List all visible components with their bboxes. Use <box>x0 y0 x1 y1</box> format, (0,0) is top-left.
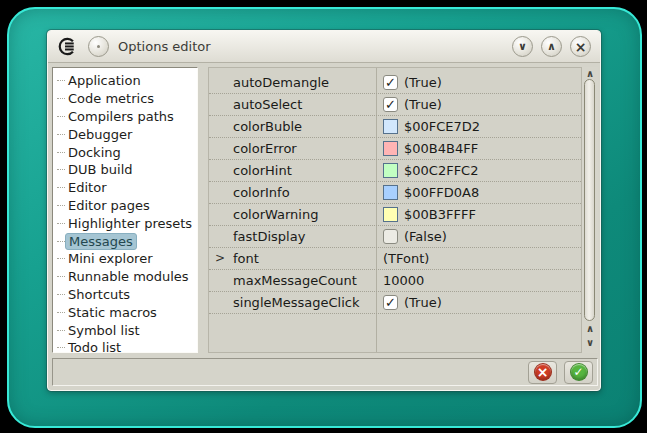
sidebar-item-highlighter-presets[interactable]: Highlighter presets <box>53 214 197 232</box>
property-row-colorError[interactable]: colorError $00B4B4FF <box>209 138 581 160</box>
sidebar-item-label: DUB build <box>68 162 133 177</box>
color-swatch[interactable] <box>383 163 398 178</box>
sidebar-item-compilers-paths[interactable]: Compilers paths <box>53 108 197 126</box>
chevron-up-icon: ∧ <box>547 41 556 52</box>
cancel-button[interactable]: × <box>528 361 557 384</box>
cancel-x-icon: × <box>534 363 552 381</box>
sidebar-item-label: Docking <box>68 145 121 160</box>
sidebar-item-label: Static macros <box>68 305 157 320</box>
tree-twig-icon <box>57 223 65 224</box>
unshade-button[interactable]: ∧ <box>541 36 562 57</box>
chevron-down-icon: ∨ <box>518 41 527 52</box>
property-row-colorInfo[interactable]: colorInfo $00FFD0A8 <box>209 182 581 204</box>
sidebar-item-label-selected: Messages <box>65 233 137 250</box>
window-menu-dot-icon <box>97 45 100 48</box>
tree-twig-icon <box>57 169 65 170</box>
property-name: font <box>233 251 376 266</box>
scrollbar-thumb[interactable] <box>584 79 595 321</box>
property-name: fastDisplay <box>233 229 376 244</box>
tree-twig-icon <box>57 98 65 99</box>
color-swatch[interactable] <box>383 207 398 222</box>
property-row-colorBuble[interactable]: colorBuble $00FCE7D2 <box>209 116 581 138</box>
property-row-font[interactable]: font (TFont) <box>209 248 581 270</box>
sidebar-item-label: Editor <box>68 180 106 195</box>
property-row-fastDisplay[interactable]: fastDisplay (False) <box>209 226 581 248</box>
sidebar-item-shortcuts[interactable]: Shortcuts <box>53 286 197 304</box>
sidebar-item-label: Mini explorer <box>68 251 153 266</box>
property-row-colorHint[interactable]: colorHint $00C2FFC2 <box>209 160 581 182</box>
property-value: (True) <box>404 295 442 310</box>
sidebar-item-dub-build[interactable]: DUB build <box>53 161 197 179</box>
tree-twig-icon <box>57 205 65 206</box>
sidebar-item-symbol-list[interactable]: Symbol list <box>53 321 197 339</box>
property-name: maxMessageCount <box>233 273 376 288</box>
accept-button[interactable]: ✓ <box>564 361 593 384</box>
property-value: $00C2FFC2 <box>404 163 478 178</box>
sidebar-item-static-macros[interactable]: Static macros <box>53 303 197 321</box>
sidebar-item-label: Highlighter presets <box>68 216 192 231</box>
coedit-logo-icon <box>57 37 79 57</box>
title-bar[interactable]: Options editor ∨ ∧ × <box>48 31 600 63</box>
scroll-down-icon[interactable]: ∨ <box>582 336 598 349</box>
sidebar-item-messages[interactable]: Messages <box>53 232 197 250</box>
sidebar-tree[interactable]: Application Code metrics Compilers paths… <box>52 67 198 353</box>
tree-twig-icon <box>57 330 65 331</box>
sidebar-item-debugger[interactable]: Debugger <box>53 125 197 143</box>
vertical-scrollbar[interactable]: ∧ ∧ ∨ <box>582 67 598 353</box>
sidebar-item-label: Editor pages <box>68 198 150 213</box>
close-icon: × <box>575 40 587 54</box>
sidebar-item-runnable-modules[interactable]: Runnable modules <box>53 268 197 286</box>
checkbox-unchecked-icon[interactable] <box>383 229 398 244</box>
property-row-colorWarning[interactable]: colorWarning $00B3FFFF <box>209 204 581 226</box>
checkbox-checked-icon[interactable]: ✓ <box>383 295 398 310</box>
sidebar-item-editor-pages[interactable]: Editor pages <box>53 197 197 215</box>
scroll-up-icon[interactable]: ∧ <box>582 322 598 335</box>
sidebar-item-editor[interactable]: Editor <box>53 179 197 197</box>
property-grid[interactable]: > autoDemangle ✓(True) autoSelect ✓(True… <box>208 67 582 353</box>
tree-twig-icon <box>57 80 65 81</box>
sidebar-item-code-metrics[interactable]: Code metrics <box>53 90 197 108</box>
checkbox-checked-icon[interactable]: ✓ <box>383 75 398 90</box>
property-name: autoSelect <box>233 97 376 112</box>
tree-twig-icon <box>57 294 65 295</box>
property-value: $00FFD0A8 <box>404 185 479 200</box>
tree-twig-icon <box>57 312 65 313</box>
sidebar-item-docking[interactable]: Docking <box>53 143 197 161</box>
sidebar-item-label: Application <box>68 73 141 88</box>
sidebar-item-todo-list[interactable]: Todo list <box>53 339 197 353</box>
property-value: (True) <box>404 75 442 90</box>
tree-twig-icon <box>57 134 65 135</box>
property-row-autoDemangle[interactable]: autoDemangle ✓(True) <box>209 72 581 94</box>
content-area: Application Code metrics Compilers paths… <box>52 67 598 353</box>
property-value: (True) <box>404 97 442 112</box>
property-name: colorError <box>233 141 376 156</box>
tree-twig-icon <box>57 347 65 348</box>
sidebar-item-label: Debugger <box>68 127 132 142</box>
tree-twig-icon <box>57 276 65 277</box>
property-row-autoSelect[interactable]: autoSelect ✓(True) <box>209 94 581 116</box>
tree-twig-icon <box>57 116 65 117</box>
tree-twig-icon <box>57 241 65 242</box>
shade-button[interactable]: ∨ <box>512 36 533 57</box>
color-swatch[interactable] <box>383 119 398 134</box>
sidebar-item-label: Runnable modules <box>68 269 189 284</box>
sidebar-item-application[interactable]: Application <box>53 72 197 90</box>
color-swatch[interactable] <box>383 141 398 156</box>
window-title: Options editor <box>118 39 503 54</box>
checkbox-checked-icon[interactable]: ✓ <box>383 97 398 112</box>
property-value: $00B4B4FF <box>404 141 478 156</box>
footer-bar: × ✓ <box>52 358 598 386</box>
close-button[interactable]: × <box>570 36 591 57</box>
color-swatch[interactable] <box>383 185 398 200</box>
sidebar-item-mini-explorer[interactable]: Mini explorer <box>53 250 197 268</box>
sidebar-item-label: Todo list <box>68 340 121 353</box>
sidebar-splitter[interactable] <box>198 67 208 353</box>
window-menu-button[interactable] <box>88 36 109 57</box>
options-editor-window: Options editor ∨ ∧ × Application Code me… <box>47 30 601 391</box>
property-value: (False) <box>404 229 447 244</box>
property-name: colorHint <box>233 163 376 178</box>
property-row-maxMessageCount[interactable]: maxMessageCount 10000 <box>209 270 581 292</box>
accept-check-icon: ✓ <box>570 363 588 381</box>
sidebar-item-label: Code metrics <box>68 91 154 106</box>
property-row-singleMessageClick[interactable]: singleMessageClick ✓(True) <box>209 292 581 314</box>
